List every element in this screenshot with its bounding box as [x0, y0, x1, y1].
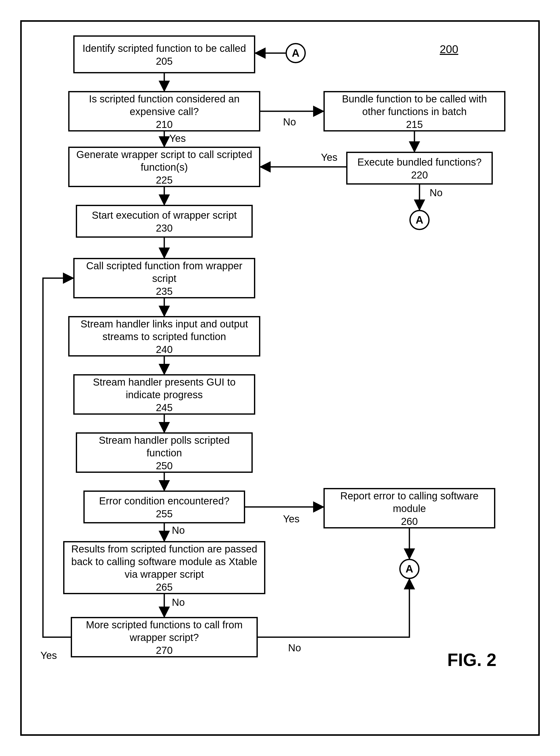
label-220-no: No: [429, 187, 442, 198]
node-255-text: Error condition encountered?: [99, 495, 229, 507]
node-245-text: Stream handler presents GUI to indicate …: [80, 376, 249, 401]
node-225-num: 225: [156, 174, 173, 186]
node-205: Identify scripted function to be called …: [73, 35, 255, 73]
node-255-num: 255: [156, 508, 173, 520]
node-210-text: Is scripted function considered an expen…: [75, 93, 254, 118]
node-240-text: Stream handler links input and output st…: [75, 317, 254, 343]
label-265-no: No: [172, 597, 185, 608]
node-205-num: 205: [156, 56, 173, 67]
node-235-text: Call scripted function from wrapper scri…: [80, 259, 249, 285]
node-235-num: 235: [156, 286, 173, 297]
node-220-text: Execute bundled functions?: [357, 156, 481, 168]
node-265-text: Results from scripted function are passe…: [69, 543, 259, 581]
node-230-text: Start execution of wrapper script: [92, 209, 237, 221]
node-240-num: 240: [156, 344, 173, 355]
node-270-text: More scripted functions to call from wra…: [77, 618, 252, 644]
node-240: Stream handler links input and output st…: [68, 316, 260, 356]
node-260-num: 260: [401, 516, 418, 527]
node-220-num: 220: [411, 169, 428, 181]
label-220-yes: Yes: [321, 152, 337, 163]
connector-a-right: A: [409, 210, 429, 230]
node-255: Error condition encountered? 255: [83, 490, 245, 523]
node-210-num: 210: [156, 119, 173, 130]
node-250-num: 250: [156, 460, 173, 471]
connector-a-top: A: [285, 43, 306, 63]
node-250-text: Stream handler polls scripted function: [82, 434, 246, 459]
node-265-num: 265: [156, 582, 173, 593]
label-210-yes: Yes: [169, 133, 186, 144]
node-230: Start execution of wrapper script 230: [76, 205, 253, 238]
node-245-num: 245: [156, 402, 173, 413]
node-250: Stream handler polls scripted function 2…: [76, 432, 253, 473]
label-270-no: No: [288, 642, 301, 654]
node-215-num: 215: [406, 119, 423, 130]
node-210: Is scripted function considered an expen…: [68, 91, 260, 132]
node-225: Generate wrapper script to call scripted…: [68, 147, 260, 187]
node-215: Bundle function to be called with other …: [323, 91, 505, 132]
node-220: Execute bundled functions? 220: [346, 152, 493, 185]
node-215-text: Bundle function to be called with other …: [330, 93, 499, 118]
node-230-num: 230: [156, 222, 173, 234]
label-255-no: No: [172, 525, 185, 536]
node-235: Call scripted function from wrapper scri…: [73, 258, 255, 298]
node-205-text: Identify scripted function to be called: [82, 42, 246, 55]
label-270-yes: Yes: [40, 650, 57, 661]
node-225-text: Generate wrapper script to call scripted…: [75, 148, 254, 173]
label-255-yes: Yes: [283, 513, 299, 525]
node-270: More scripted functions to call from wra…: [71, 617, 258, 657]
node-260: Report error to calling software module …: [323, 488, 495, 528]
label-210-no: No: [283, 116, 296, 128]
figure-label: FIG. 2: [447, 650, 496, 670]
node-260-text: Report error to calling software module: [330, 489, 489, 515]
connector-a-bottom: A: [399, 559, 420, 579]
node-265: Results from scripted function are passe…: [63, 541, 265, 594]
page-number: 200: [440, 43, 458, 56]
node-270-num: 270: [156, 645, 173, 656]
node-245: Stream handler presents GUI to indicate …: [73, 374, 255, 415]
